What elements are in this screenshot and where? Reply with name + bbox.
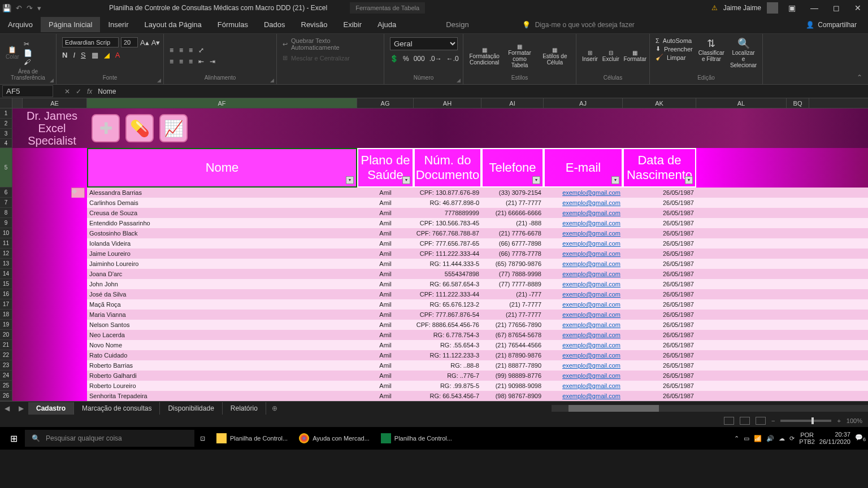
cell-tel[interactable]: (33) 3079-2154 bbox=[481, 188, 544, 198]
table-row[interactable]: Gostosinho BlackAmilCPF: 7667.768.788-87… bbox=[12, 228, 868, 238]
sheet-tab-disponibilidade[interactable]: Disponibilidade bbox=[160, 402, 222, 415]
cell-email[interactable]: exemplo@gmail.com bbox=[544, 238, 623, 249]
sheet-tab-cadastro[interactable]: Cadastro bbox=[28, 402, 74, 415]
underline-button[interactable]: S bbox=[81, 51, 86, 59]
row-header[interactable]: 9 bbox=[0, 218, 12, 228]
format-cells-button[interactable]: ▦Formatar bbox=[624, 50, 646, 62]
tab-exibir[interactable]: Exibir bbox=[335, 17, 370, 32]
row-header[interactable]: 25 bbox=[0, 381, 12, 391]
font-dialog-launcher[interactable]: ◢ bbox=[157, 77, 161, 83]
col-header-aj[interactable]: AJ bbox=[544, 98, 623, 108]
tab-inserir[interactable]: Inserir bbox=[100, 17, 136, 32]
cell-doc[interactable]: RG: ..776-7 bbox=[414, 371, 481, 381]
cell-tel[interactable]: (21) 87890-9876 bbox=[481, 350, 544, 360]
tab-ajuda[interactable]: Ajuda bbox=[370, 17, 404, 32]
save-icon[interactable]: 💾 bbox=[2, 4, 11, 12]
cell-email[interactable]: exemplo@gmail.com bbox=[544, 208, 623, 218]
email-link[interactable]: exemplo@gmail.com bbox=[562, 250, 620, 257]
font-size-input[interactable] bbox=[121, 37, 138, 47]
task-view-button[interactable]: ⊡ bbox=[194, 432, 211, 446]
share-button[interactable]: 👤 Compartilhar bbox=[806, 21, 857, 29]
cell-doc[interactable]: RG: 66.587.654-3 bbox=[414, 279, 481, 289]
sheet-nav-next[interactable]: ▶ bbox=[14, 404, 28, 412]
cell-doc[interactable]: RG: ..88-8 bbox=[414, 360, 481, 371]
table-row[interactable]: Maçã RoçaAmilRG: 65.676.123-2(21) 7-7777… bbox=[12, 299, 868, 310]
cell-email[interactable]: exemplo@gmail.com bbox=[544, 360, 623, 371]
email-link[interactable]: exemplo@gmail.com bbox=[562, 210, 620, 216]
cell-nome[interactable]: Rato Cuidado bbox=[87, 350, 357, 360]
cell-data[interactable]: 26/05/1987 bbox=[623, 289, 696, 299]
align-right-icon[interactable]: ≡ bbox=[189, 58, 193, 66]
table-row[interactable]: Neo LacerdaAmilRG: 6.778.754-3(67) 87654… bbox=[12, 330, 868, 340]
zoom-slider[interactable] bbox=[780, 420, 831, 422]
cell-doc[interactable]: RG: 46.877.898-0 bbox=[414, 198, 481, 208]
enter-formula-icon[interactable]: ✓ bbox=[76, 88, 81, 95]
th-data[interactable]: Data de Nascimento▾ bbox=[623, 148, 696, 188]
cell-data[interactable]: 26/05/1987 bbox=[623, 320, 696, 330]
row-header[interactable]: 17 bbox=[0, 299, 12, 310]
table-row[interactable]: Roberto GalhardiAmilRG: ..776-7(99) 9888… bbox=[12, 371, 868, 381]
maximize-icon[interactable]: ◻ bbox=[828, 3, 844, 12]
cell-data[interactable]: 26/05/1987 bbox=[623, 228, 696, 238]
cell-nome[interactable]: Iolanda Videira bbox=[87, 238, 357, 249]
comma-icon[interactable]: 000 bbox=[414, 55, 425, 63]
cell-plano[interactable]: Amil bbox=[357, 208, 414, 218]
cell-tel[interactable]: (21) -777 bbox=[481, 289, 544, 299]
table-row[interactable]: Rato CuidadoAmilRG: 11.122.233-3(21) 878… bbox=[12, 350, 868, 360]
cell-email[interactable]: exemplo@gmail.com bbox=[544, 330, 623, 340]
table-row[interactable]: Carlinhos DemaisAmilRG: 46.877.898-0(21)… bbox=[12, 198, 868, 208]
row-header[interactable]: 26 bbox=[0, 391, 12, 401]
page-break-view-icon[interactable] bbox=[756, 417, 766, 425]
filter-icon[interactable]: ▾ bbox=[611, 176, 619, 184]
th-doc[interactable]: Núm. do Documento bbox=[414, 148, 481, 188]
sheet-nav-prev[interactable]: ◀ bbox=[0, 404, 14, 412]
italic-button[interactable]: I bbox=[73, 51, 75, 59]
sheet-tab-relatorio[interactable]: Relatório bbox=[223, 402, 266, 415]
decrease-decimal-icon[interactable]: ←.0 bbox=[446, 55, 459, 63]
tell-me-search[interactable]: 💡 Diga-me o que você deseja fazer bbox=[522, 21, 635, 29]
cut-icon[interactable]: ✂ bbox=[24, 40, 32, 48]
cell-email[interactable]: exemplo@gmail.com bbox=[544, 381, 623, 391]
table-row[interactable]: Novo NomeAmilRG: .55.654-3(21) 76544-456… bbox=[12, 340, 868, 350]
tray-onedrive-icon[interactable]: ☁ bbox=[779, 435, 785, 442]
col-header-ai[interactable]: AI bbox=[481, 98, 544, 108]
font-name-input[interactable] bbox=[62, 37, 119, 47]
email-link[interactable]: exemplo@gmail.com bbox=[562, 352, 620, 359]
cell-plano[interactable]: Amil bbox=[357, 198, 414, 208]
table-row[interactable]: John JohnAmilRG: 66.587.654-3(77) 7777-8… bbox=[12, 279, 868, 289]
row-header[interactable]: 8 bbox=[0, 208, 12, 218]
cell-tel[interactable]: (77) 7777-8889 bbox=[481, 279, 544, 289]
cell-data[interactable]: 26/05/1987 bbox=[623, 330, 696, 340]
email-link[interactable]: exemplo@gmail.com bbox=[562, 393, 620, 399]
email-link[interactable]: exemplo@gmail.com bbox=[562, 332, 620, 338]
cancel-formula-icon[interactable]: ✕ bbox=[64, 88, 70, 95]
increase-decimal-icon[interactable]: .0→ bbox=[429, 55, 442, 63]
cell-tel[interactable]: (21) 76544-4566 bbox=[481, 340, 544, 350]
align-middle-icon[interactable]: ≡ bbox=[179, 46, 183, 54]
cell-nome[interactable]: José da Silva bbox=[87, 289, 357, 299]
zoom-out-button[interactable]: − bbox=[771, 417, 775, 424]
cell-plano[interactable]: Amil bbox=[357, 371, 414, 381]
row-header[interactable]: 7 bbox=[0, 198, 12, 208]
cell-plano[interactable]: Amil bbox=[357, 330, 414, 340]
row-header[interactable]: 20 bbox=[0, 330, 12, 340]
close-icon[interactable]: ✕ bbox=[850, 3, 866, 12]
clipboard-dialog-launcher[interactable]: ◢ bbox=[50, 77, 54, 83]
increase-font-icon[interactable]: A▴ bbox=[140, 38, 149, 47]
cell-email[interactable]: exemplo@gmail.com bbox=[544, 371, 623, 381]
table-tools-tab[interactable]: Ferramentas de Tabela bbox=[350, 2, 425, 14]
undo-icon[interactable]: ↶ bbox=[16, 4, 22, 12]
cell-data[interactable]: 26/05/1987 bbox=[623, 381, 696, 391]
cell-email[interactable]: exemplo@gmail.com bbox=[544, 310, 623, 320]
cell-nome[interactable]: Roberto Barrias bbox=[87, 360, 357, 371]
table-row[interactable]: Jaime LoureiroAmilCPF: 111.222.333-44(66… bbox=[12, 249, 868, 259]
cell-doc[interactable]: CPF: 777.656.787-65 bbox=[414, 238, 481, 249]
cell-nome[interactable]: Joana D'arc bbox=[87, 269, 357, 279]
tray-wifi-icon[interactable]: 📶 bbox=[754, 435, 762, 442]
col-header-ag[interactable]: AG bbox=[357, 98, 414, 108]
cell-plano[interactable]: Amil bbox=[357, 188, 414, 198]
table-row[interactable]: Iolanda VideiraAmilCPF: 777.656.787-65(6… bbox=[12, 238, 868, 249]
cell-plano[interactable]: Amil bbox=[357, 350, 414, 360]
cell-email[interactable]: exemplo@gmail.com bbox=[544, 350, 623, 360]
row-header[interactable]: 4 bbox=[0, 139, 12, 148]
